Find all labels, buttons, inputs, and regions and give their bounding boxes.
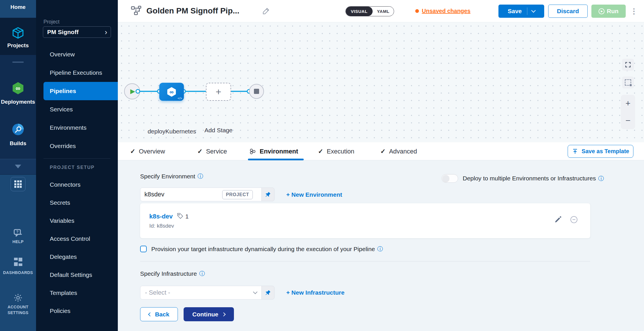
rail-item-dashboards[interactable]: DASHBOARDS	[0, 270, 36, 275]
environment-icon	[249, 148, 256, 155]
multi-env-toggle[interactable]	[442, 174, 458, 183]
save-as-template-button[interactable]: Save as Template	[568, 145, 633, 158]
rail-item-help[interactable]: HELP	[0, 239, 36, 244]
tag-icon	[177, 212, 184, 220]
gear-icon[interactable]	[0, 293, 36, 303]
tab-execution[interactable]: ✓ Execution	[318, 142, 354, 160]
stage-code-icon: </>	[178, 96, 182, 100]
tab-label: Execution	[327, 148, 354, 155]
sidebar-item-delegates[interactable]: Delegates	[36, 248, 118, 266]
sidebar-item-variables[interactable]: Variables	[36, 212, 118, 230]
project-name: PM Signoff	[47, 29, 79, 36]
sidebar-item-environments[interactable]: Environments	[36, 119, 118, 137]
scope-badge: PROJECT	[222, 190, 253, 199]
stage-label: deployKubernetes	[147, 127, 196, 136]
builds-ci-icon[interactable]	[0, 123, 36, 136]
save-button[interactable]: Save	[498, 5, 544, 18]
unsaved-changes[interactable]: Unsaved changes	[415, 8, 470, 14]
unsaved-dot-icon	[415, 9, 419, 13]
unsaved-label: Unsaved changes	[422, 8, 470, 14]
chevron-down-icon[interactable]	[15, 165, 21, 168]
sidebar-item-services[interactable]: Services	[36, 100, 118, 119]
info-icon[interactable]: ⓘ	[377, 245, 383, 253]
environment-card-name[interactable]: k8s-dev	[149, 213, 173, 220]
new-environment-link[interactable]: + New Environment	[286, 191, 342, 198]
projects-cube-icon[interactable]	[0, 26, 36, 40]
info-icon[interactable]: ⓘ	[198, 172, 203, 180]
project-sidebar: Project PM Signoff › Overview Pipeline E…	[36, 0, 118, 331]
continue-button[interactable]: Continue	[184, 307, 234, 321]
back-label: Back	[155, 311, 169, 318]
dashboards-icon[interactable]	[0, 258, 36, 266]
tab-service[interactable]: ✓ Service	[197, 142, 227, 160]
back-button[interactable]: Back	[140, 307, 178, 321]
edit-pencil-icon[interactable]	[554, 216, 562, 224]
info-icon[interactable]: ⓘ	[199, 270, 205, 277]
main-area: Golden PM Signoff Pip... VISUAL YAML Uns…	[118, 0, 644, 331]
sidebar-item-connectors[interactable]: Connectors	[36, 176, 118, 194]
infrastructure-select[interactable]: - Select -	[140, 286, 262, 299]
tab-environment[interactable]: Environment	[249, 142, 298, 160]
project-selector[interactable]: PM Signoff ›	[43, 26, 111, 38]
rail-item-builds[interactable]: Builds	[0, 140, 36, 147]
sidebar-item-overview[interactable]: Overview	[36, 45, 118, 64]
add-stage-node[interactable]: +	[206, 83, 231, 101]
run-label: Run	[607, 8, 619, 15]
module-selector-button[interactable]	[11, 177, 25, 191]
discard-button[interactable]: Discard	[548, 5, 588, 18]
toggle-yaml[interactable]: YAML	[373, 7, 394, 16]
rail-item-home[interactable]: Home	[0, 4, 36, 10]
tab-advanced[interactable]: ✓ Advanced	[380, 142, 417, 160]
svg-text:?: ?	[16, 230, 18, 234]
edit-title-pencil-icon[interactable]	[262, 7, 270, 16]
remove-minus-circle-icon[interactable]	[570, 215, 578, 225]
chevron-right-icon	[222, 312, 226, 316]
sidebar-item-templates[interactable]: Templates	[36, 284, 118, 302]
pin-icon[interactable]	[262, 188, 274, 201]
sidebar-item-default-settings[interactable]: Default Settings	[36, 266, 118, 284]
pin-icon[interactable]	[262, 286, 274, 299]
zoom-out-button[interactable]: −	[621, 112, 635, 129]
sidebar-item-overrides[interactable]: Overrides	[36, 137, 118, 155]
section-divider	[140, 261, 590, 261]
environment-input-group: PROJECT	[140, 188, 275, 201]
add-stage-label: Add Stage	[200, 127, 237, 134]
pipeline-canvas[interactable]: ▶ ∞ </> + deployKubernetes Add Stage	[118, 22, 644, 142]
discard-label: Discard	[557, 8, 579, 15]
toggle-visual[interactable]: VISUAL	[346, 7, 373, 16]
sidebar-item-access-control[interactable]: Access Control	[36, 230, 118, 248]
help-chat-icon[interactable]: ?	[0, 228, 36, 239]
check-icon: ✓	[380, 148, 385, 155]
header-kebab-menu-icon[interactable]: ⋮	[630, 5, 638, 17]
environment-card-id: Id: k8sdev	[149, 223, 174, 229]
fullscreen-icon	[625, 61, 631, 68]
pipeline-edge	[132, 91, 257, 92]
deployments-cd-icon[interactable]: ∞	[0, 81, 36, 95]
environment-card: k8s-dev 1 Id: k8sdev	[140, 203, 590, 238]
pipeline-title: Golden PM Signoff Pip...	[146, 6, 239, 15]
rail-item-deployments[interactable]: Deployments	[0, 99, 36, 105]
rail-item-projects[interactable]: Projects	[0, 42, 36, 49]
info-icon[interactable]: ⓘ	[598, 175, 604, 182]
run-play-icon: ▶	[599, 8, 605, 14]
canvas-fullscreen-button[interactable]	[622, 59, 634, 71]
specify-infrastructure-label: Specify Infrastructure ⓘ	[140, 270, 205, 277]
new-infrastructure-link[interactable]: + New Infrastructure	[286, 289, 345, 296]
zoom-in-button[interactable]: +	[621, 95, 635, 112]
canvas-select-button[interactable]	[622, 76, 634, 88]
save-dropdown-chevron-icon[interactable]	[531, 8, 536, 13]
sidebar-item-policies[interactable]: Policies	[36, 302, 118, 320]
save-split-divider	[527, 7, 527, 15]
save-as-template-label: Save as Template	[582, 148, 629, 155]
tab-overview[interactable]: ✓ Overview	[130, 142, 165, 160]
cd-stage-icon: ∞	[166, 86, 177, 98]
svg-text:∞: ∞	[16, 84, 20, 92]
stage-node-deploykubernetes[interactable]: ∞ </>	[159, 83, 184, 101]
sidebar-item-secrets[interactable]: Secrets	[36, 194, 118, 212]
run-button[interactable]: ▶ Run	[591, 5, 626, 18]
sidebar-item-pipelines[interactable]: Pipelines	[43, 82, 118, 100]
provision-checkbox[interactable]	[140, 246, 147, 252]
sidebar-item-pipeline-executions[interactable]: Pipeline Executions	[36, 64, 118, 82]
rail-item-account-settings[interactable]: ACCOUNT SETTINGS	[0, 304, 36, 316]
multi-env-toggle-row: Deploy to multiple Environments or Infra…	[442, 174, 604, 183]
